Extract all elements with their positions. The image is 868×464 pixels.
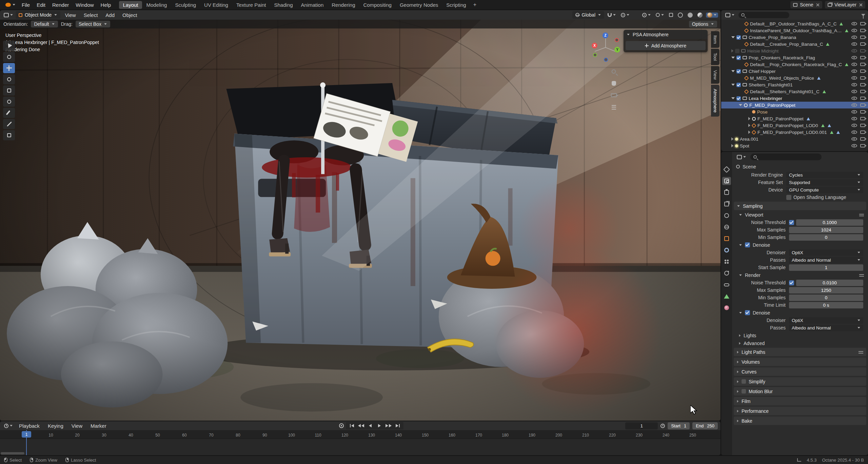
disable-render-icon[interactable] — [860, 124, 865, 127]
zoom-view-button[interactable] — [609, 67, 619, 76]
disable-render-icon[interactable] — [860, 36, 865, 39]
hide-viewport-icon[interactable] — [851, 117, 857, 120]
workspace-tab-animation[interactable]: Animation — [297, 1, 328, 9]
disable-render-icon[interactable] — [860, 69, 865, 73]
toggle-xray[interactable] — [668, 13, 674, 17]
sidebar-tab-atmosphere[interactable]: Atmosphere — [711, 85, 719, 117]
object-data-tab[interactable] — [722, 292, 731, 300]
jump-to-end-button[interactable] — [393, 422, 402, 429]
workspace-tab-geometry-nodes[interactable]: Geometry Nodes — [396, 1, 442, 9]
pan-view-button[interactable] — [609, 79, 619, 88]
hide-viewport-icon[interactable] — [851, 110, 857, 114]
section-sampling[interactable]: Sampling — [734, 202, 866, 210]
passes-dropdown[interactable]: Albedo and Normal — [789, 257, 863, 263]
jump-to-start-button[interactable] — [347, 422, 356, 429]
subsection-viewport[interactable]: Viewport — [735, 211, 868, 219]
outliner-item[interactable]: Default__Creative_Prop_Banana_C — [721, 41, 868, 47]
hide-viewport-icon[interactable] — [851, 49, 857, 53]
properties-search-input[interactable] — [750, 154, 822, 160]
menu-help[interactable]: Help — [97, 1, 115, 8]
timeline-ruler[interactable]: 10 20 30 40 50 60 70 80 90 100 110 120 1… — [0, 430, 721, 439]
tool-select-box-button[interactable] — [3, 41, 15, 51]
editor-type-button[interactable] — [2, 13, 15, 17]
material-tab[interactable] — [722, 304, 731, 312]
hide-viewport-icon[interactable] — [851, 97, 857, 100]
disable-render-icon[interactable] — [860, 130, 865, 134]
play-button[interactable] — [375, 422, 384, 429]
hide-viewport-icon[interactable] — [851, 22, 857, 25]
mode-dropdown[interactable]: Object Mode — [16, 11, 60, 19]
timeline-scrollbar[interactable] — [1, 452, 24, 455]
start-frame-field[interactable]: Start 1 — [668, 422, 690, 429]
disable-render-icon[interactable] — [860, 76, 865, 80]
snapping-toggle[interactable] — [606, 13, 617, 17]
toggle-perspective-button[interactable] — [609, 103, 619, 112]
end-frame-field[interactable]: End 250 — [692, 422, 718, 429]
denoise-checkbox[interactable] — [745, 310, 750, 315]
show-overlays-toggle[interactable] — [654, 13, 666, 17]
hide-viewport-icon[interactable] — [851, 137, 857, 141]
shading-material-button[interactable] — [696, 13, 704, 18]
add-workspace-button[interactable]: + — [471, 1, 479, 8]
preset-icon[interactable] — [859, 213, 864, 217]
section-simplify[interactable]: Simplify — [734, 377, 866, 386]
timeline-track-area[interactable]: 10 20 30 40 50 60 70 80 90 100 110 120 1… — [0, 430, 721, 455]
tool-annotate-button[interactable] — [3, 108, 15, 118]
outliner-item[interactable]: Prop_Chonkers_Racetrack_Flag — [721, 54, 868, 61]
workspace-tab-sculpting[interactable]: Sculpting — [171, 1, 200, 9]
unlink-scene-icon[interactable] — [816, 3, 820, 7]
outliner-editor-type-button[interactable] — [724, 13, 736, 17]
max-samples-field[interactable]: 1024 — [789, 227, 863, 233]
disable-render-icon[interactable] — [860, 103, 865, 107]
menu-marker[interactable]: Marker — [87, 422, 110, 429]
section-volumes[interactable]: Volumes — [734, 358, 866, 366]
preview-range-icon[interactable] — [660, 424, 665, 428]
workspace-tab-texture-paint[interactable]: Texture Paint — [233, 1, 270, 9]
show-gizmo-toggle[interactable] — [641, 13, 652, 17]
disable-render-icon[interactable] — [860, 22, 865, 25]
psa-atmosphere-panel-header[interactable]: PSA Atmosphere — [624, 30, 708, 39]
expand-arrow-icon[interactable] — [731, 97, 735, 99]
hide-viewport-icon[interactable] — [851, 29, 857, 32]
tool-measure-button[interactable] — [3, 119, 15, 129]
expand-arrow-icon[interactable] — [731, 57, 735, 59]
section-curves[interactable]: Curves — [734, 367, 866, 376]
drag-dropdown[interactable]: Select Box — [76, 21, 110, 27]
hide-viewport-icon[interactable] — [851, 83, 857, 86]
outliner-item[interactable]: Default__BP_Outdoor_TrashBags_A_C_C — [721, 20, 868, 27]
blender-menu-button[interactable] — [3, 1, 18, 9]
outliner-item[interactable]: F_MED_PatronPoppet_LOD0 — [721, 122, 868, 129]
subsection-lights[interactable]: Lights — [735, 331, 868, 339]
section-motion-blur[interactable]: Motion Blur — [734, 387, 866, 396]
collection-checkbox[interactable] — [736, 96, 741, 101]
outliner-item[interactable]: Heisie Midnight — [721, 47, 868, 54]
render-engine-dropdown[interactable]: Cycles — [786, 172, 863, 178]
collection-checkbox[interactable] — [736, 83, 741, 87]
menu-keying[interactable]: Keying — [44, 422, 67, 429]
proportional-editing-toggle[interactable] — [619, 13, 631, 17]
viewport-canvas[interactable]: Orientation: Default Drag: Select Box Op… — [0, 20, 721, 421]
expand-arrow-icon[interactable] — [748, 130, 750, 134]
view-layer-tab[interactable] — [722, 200, 731, 208]
menu-select[interactable]: Select — [80, 12, 101, 19]
shading-solid-button[interactable] — [686, 13, 694, 18]
disable-render-icon[interactable] — [860, 110, 865, 114]
hide-viewport-icon[interactable] — [851, 144, 857, 147]
previous-keyframe-button[interactable] — [356, 422, 366, 429]
x-neg-dot[interactable] — [615, 38, 619, 42]
outliner-item[interactable]: Lexa Hexbringer — [721, 95, 868, 102]
subsection-render-denoise[interactable]: Denoise — [735, 309, 868, 317]
camera-view-button[interactable] — [609, 91, 619, 100]
workspace-tab-rendering[interactable]: Rendering — [328, 1, 359, 9]
hide-viewport-icon[interactable] — [851, 63, 857, 66]
menu-window[interactable]: Window — [72, 1, 97, 8]
expand-arrow-icon[interactable] — [731, 84, 735, 86]
menu-edit[interactable]: Edit — [33, 1, 49, 8]
denoiser-dropdown[interactable]: OptiX — [789, 249, 863, 256]
preset-icon[interactable] — [859, 350, 863, 354]
timeline-editor-type-button[interactable] — [3, 424, 14, 428]
menu-timeline-view[interactable]: View — [68, 422, 86, 429]
menu-view[interactable]: View — [61, 12, 79, 19]
disable-render-icon[interactable] — [860, 83, 865, 86]
disable-render-icon[interactable] — [860, 42, 865, 46]
